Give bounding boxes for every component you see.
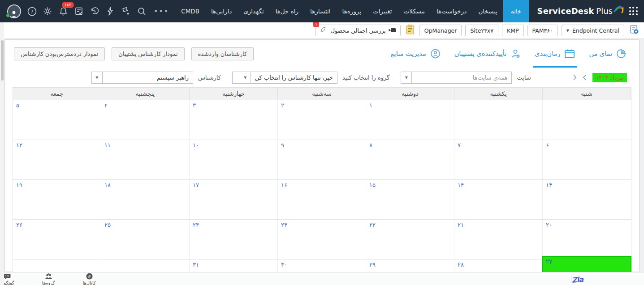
product-toolbar: ▼ Endpoint Central PAM۳۶۰KMPSite۲۴x۷OpMa… xyxy=(0,22,644,39)
tabs-row: نمای من زمان‌بندی تأییدکننده‌ی پشتیبان م… xyxy=(5,40,639,68)
day-number: ۶ xyxy=(546,142,549,149)
next-month-arrow-icon[interactable] xyxy=(573,74,577,81)
product-overview-button[interactable]: بررسی اجمالی محصول xyxy=(315,25,401,36)
product-button[interactable]: OpManager xyxy=(419,25,462,36)
calendar-day-cell[interactable]: ۲۰ xyxy=(543,220,631,259)
calendar-day-cell[interactable]: ۲۶ xyxy=(13,220,101,259)
svg-text:?: ? xyxy=(30,9,33,14)
groups-item[interactable]: گروه‌ها xyxy=(42,272,55,285)
day-number: ۲۲ xyxy=(369,221,376,228)
nav-menu-item[interactable]: پروژه‌ها xyxy=(337,0,367,22)
calendar-day-cell[interactable]: ۱۶ xyxy=(278,180,366,219)
calendar-day-cell[interactable]: ۲۲ xyxy=(366,220,454,259)
calendar-day-cell[interactable]: ۲۴ xyxy=(190,220,278,259)
calendar-day-cell[interactable]: ۳ xyxy=(190,100,278,140)
day-number: ۱۰ xyxy=(193,142,199,149)
calendar-day-cell[interactable]: ۲۱ xyxy=(454,220,543,259)
notification-bell-icon[interactable]: ۱۸۳ xyxy=(58,6,69,17)
calendar-day-cell[interactable]: ۱۹ xyxy=(13,180,101,219)
nav-menu-item[interactable]: CMDB xyxy=(175,0,205,22)
product-button[interactable]: KMP xyxy=(502,25,524,36)
calendar-icon xyxy=(564,48,575,59)
calendar-day-cell[interactable] xyxy=(543,100,631,140)
product-buttons: PAM۳۶۰KMPSite۲۴x۷OpManager xyxy=(419,25,558,36)
chevron-down-icon[interactable]: ▼ xyxy=(401,72,412,83)
day-number: ۳۱ xyxy=(193,261,199,268)
chevron-down-icon[interactable]: ▼ xyxy=(92,72,103,83)
tab-backup-approver[interactable]: تأییدکننده‌ی پشتیبان xyxy=(454,40,521,68)
more-menu-icon[interactable]: ••• xyxy=(147,7,175,16)
weekday-header-cell: سه‌شنبه xyxy=(278,88,366,100)
tab-resource-management[interactable]: مدیریت منابع xyxy=(391,40,441,68)
calendar-day-cell[interactable]: ۱۸ xyxy=(101,180,190,219)
calendar-day-cell[interactable]: ۱۲ xyxy=(13,140,101,179)
calendar-day-cell[interactable]: ۵ xyxy=(13,100,101,140)
nav-menu-item[interactable]: درخواست‌ها xyxy=(431,0,472,22)
calendar-week-row: ۶۷۸۹۱۰۱۱۱۲ xyxy=(13,140,631,179)
nav-menu-item[interactable]: پیشخان xyxy=(472,0,503,22)
endpoint-central-button[interactable]: ▼ Endpoint Central xyxy=(562,25,624,36)
calendar-day-cell[interactable]: ۷ xyxy=(454,140,543,179)
apps-grid-icon[interactable] xyxy=(629,7,638,16)
action-button[interactable]: نمودار دردسترس‌بودن کارشناس xyxy=(14,47,105,60)
calendar-day-cell[interactable]: ۹ xyxy=(278,140,366,179)
calendar-day-cell[interactable]: ۱۳ xyxy=(543,180,631,219)
calendar-day-cell[interactable]: ۱۵ xyxy=(366,180,454,219)
calendar-day-cell[interactable]: ۱۴ xyxy=(454,180,543,219)
day-number: ۸ xyxy=(369,142,372,149)
previous-month-arrow-icon[interactable] xyxy=(583,74,587,81)
day-number: ۵ xyxy=(16,102,19,109)
nav-menu-item[interactable]: نگهداری xyxy=(238,0,269,22)
help-icon[interactable]: ? xyxy=(26,6,37,17)
tab-my-view[interactable]: نمای من xyxy=(589,40,627,68)
day-number: ۲۴ xyxy=(193,221,199,228)
calendar-day-cell[interactable]: ۴ xyxy=(101,100,190,140)
flag-add-icon[interactable] xyxy=(121,6,131,17)
page-scrollbar[interactable] xyxy=(0,22,4,285)
presence-dot xyxy=(6,13,10,17)
history-icon[interactable] xyxy=(89,6,100,17)
action-button[interactable]: کارشناسان واردشده xyxy=(191,47,254,60)
day-number: ۳۰ xyxy=(281,261,287,268)
video-camera-icon xyxy=(389,27,396,34)
calendar-day-cell[interactable]: ۶ xyxy=(543,140,631,179)
nav-menu-item[interactable]: مشکلات xyxy=(398,0,431,22)
user-avatar[interactable] xyxy=(6,4,22,19)
calendar-day-cell[interactable]: ۱۰ xyxy=(190,140,278,179)
product-button[interactable]: Site۲۴x۷ xyxy=(465,25,498,36)
tab-scheduling[interactable]: زمان‌بندی xyxy=(535,40,575,68)
channels-item[interactable]: # کانال‌ها xyxy=(83,272,96,285)
calendar-day-cell[interactable]: ۱ xyxy=(366,100,454,140)
calendar-day-cell[interactable]: ۸ xyxy=(366,140,454,179)
day-number: ۲ xyxy=(281,102,284,109)
quick-actions-lightning-icon[interactable] xyxy=(105,6,116,17)
nav-menu-item[interactable]: دارایی‌ها xyxy=(205,0,238,22)
search-icon[interactable] xyxy=(136,6,147,17)
settings-gear-icon[interactable] xyxy=(42,6,53,17)
day-number: ۷ xyxy=(458,142,461,149)
nav-menu-item[interactable]: تغییرات xyxy=(367,0,398,22)
calendar-day-cell[interactable] xyxy=(454,100,543,140)
sticky-note-icon[interactable] xyxy=(406,24,415,37)
nav-menu-item[interactable]: راه حل‌ها xyxy=(270,0,304,22)
chevron-down-icon: ▼ xyxy=(566,29,569,33)
calendar-day-cell[interactable]: ۲۳ xyxy=(278,220,366,259)
product-button[interactable]: PAM۳۶۰ xyxy=(527,25,558,36)
technician-filter-combobox[interactable]: راهبر سیستم ▼ xyxy=(91,72,193,84)
calendar-day-cell[interactable]: ۱۱ xyxy=(101,140,190,179)
person-check-icon xyxy=(510,48,521,59)
nav-item-home[interactable]: خانه xyxy=(503,0,529,22)
logo-text-main: ServiceDesk xyxy=(537,6,594,16)
calendar-day-cell[interactable]: ۲۵ xyxy=(101,220,190,259)
zia-assistant-logo[interactable]: Zia xyxy=(571,272,634,285)
group-filter-combobox[interactable]: خیر، تنها کارشناس را انتخاب کن ▼ xyxy=(232,72,337,84)
scrollbar-thumb[interactable] xyxy=(1,40,4,81)
site-filter-combobox[interactable]: همه‌ی سایت‌ها ▼ xyxy=(401,72,512,84)
action-button[interactable]: نمودار کارشناس پشتیبان xyxy=(112,47,184,60)
calendar-day-cell[interactable]: ۱۷ xyxy=(190,180,278,219)
calendar-day-cell[interactable]: ۲ xyxy=(278,100,366,140)
nav-menu-item[interactable]: انتشارها xyxy=(304,0,337,22)
task-list-icon[interactable] xyxy=(73,6,84,17)
chevron-down-icon[interactable]: ▼ xyxy=(240,72,251,83)
add-report-icon[interactable] xyxy=(629,24,640,37)
